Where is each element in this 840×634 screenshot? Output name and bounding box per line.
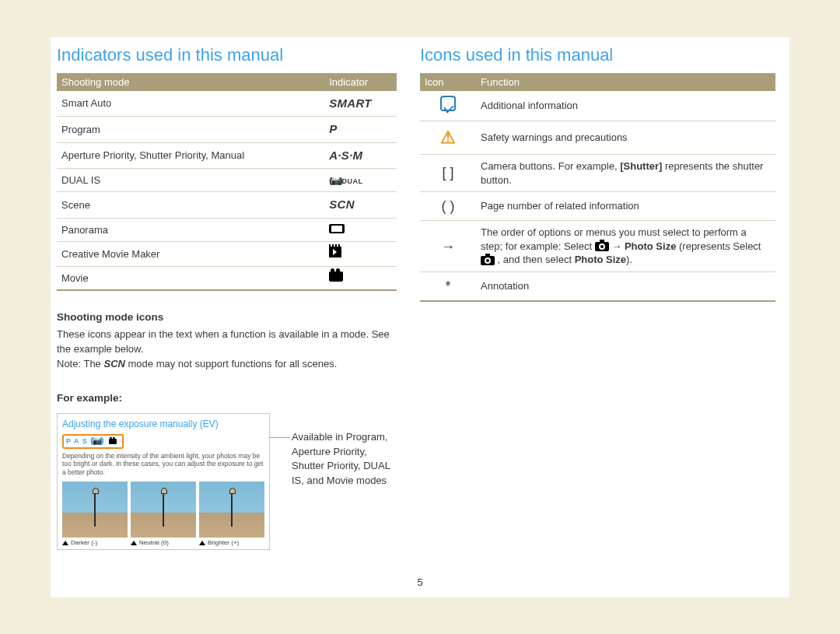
brackets-icon: [ ] [420, 154, 476, 191]
table-row: [ ]Camera buttons. For example, [Shutter… [420, 154, 775, 191]
table-row: Additional information [420, 91, 775, 121]
camera-icon [481, 256, 495, 265]
arrow-icon: → [420, 221, 476, 272]
example-thumbnails: Darker (-) Neutral (0) Brighter (+) [62, 482, 264, 546]
para-shooting-mode-icons: These icons appear in the text when a fu… [57, 328, 397, 357]
page-number: 5 [51, 576, 789, 588]
th-icon: Icon [420, 73, 476, 91]
info-icon [440, 96, 456, 111]
example-wrap: Adjusting the exposure manually (EV) P A… [57, 408, 397, 550]
note-line: Note: The SCN mode may not support funct… [57, 357, 397, 372]
th-function: Function [476, 73, 775, 91]
subheading-for-example: For example: [57, 392, 397, 404]
movie-icon [329, 271, 343, 282]
table-row: →The order of options or menus you must … [420, 221, 775, 272]
indicators-table: Shooting mode Indicator Smart AutoSMART … [57, 73, 397, 291]
th-indicator: Indicator [324, 73, 397, 91]
table-row: ProgramP [57, 117, 397, 142]
scn-inline-icon: SCN [103, 358, 124, 370]
table-row: SceneSCN [57, 192, 397, 218]
example-box: Adjusting the exposure manually (EV) P A… [57, 413, 270, 550]
table-row: Creative Movie Maker [57, 242, 397, 267]
table-row: ⚠Safety warnings and precautions [420, 121, 775, 155]
asterisk-icon: * [420, 272, 476, 302]
table-row: DUAL ISDUAL [57, 168, 397, 192]
subheading-shooting-mode-icons: Shooting mode icons [57, 311, 397, 323]
table-row: Panorama [57, 218, 397, 242]
example-description: Depending on the intensity of the ambien… [62, 452, 264, 477]
example-icon-row: P A S [62, 434, 124, 449]
warning-icon: ⚠ [440, 128, 456, 147]
left-column: Indicators used in this manual Shooting … [51, 45, 420, 597]
camera-icon [595, 242, 609, 251]
indicator-smart: SMART [329, 96, 372, 110]
parentheses-icon: ( ) [420, 192, 476, 221]
table-row: ( )Page number of related information [420, 192, 775, 221]
thumb-neutral [131, 482, 196, 538]
manual-page: Indicators used in this manual Shooting … [51, 37, 789, 597]
thumb-brighter [199, 482, 264, 538]
heading-icons: Icons used in this manual [420, 45, 775, 65]
creative-movie-icon [329, 247, 341, 257]
panorama-icon [329, 224, 345, 233]
table-row: Aperture Priority, Shutter Priority, Man… [57, 142, 397, 168]
right-column: Icons used in this manual Icon Function … [420, 45, 789, 597]
thumb-darker [62, 482, 128, 538]
table-row: Movie [57, 266, 397, 290]
indicator-asm: A·S·M [329, 149, 362, 162]
table-row: *Annotation [420, 272, 775, 302]
table-row: Smart AutoSMART [57, 91, 397, 117]
callout-connector-line [270, 437, 290, 438]
example-callout: Available in Program, Aperture Priority,… [292, 430, 397, 489]
example-title: Adjusting the exposure manually (EV) [62, 419, 264, 429]
indicator-p: P [329, 122, 337, 135]
icons-table: Icon Function Additional information ⚠Sa… [420, 73, 775, 302]
heading-indicators: Indicators used in this manual [57, 45, 397, 65]
th-shooting-mode: Shooting mode [57, 73, 324, 91]
indicator-scn: SCN [329, 198, 355, 211]
indicator-dual-icon: DUAL [329, 177, 362, 185]
